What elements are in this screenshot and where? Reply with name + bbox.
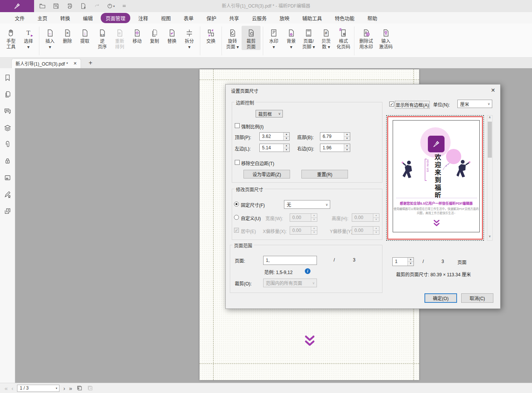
form-fields-icon[interactable]: [3, 174, 12, 182]
scroll-up-icon[interactable]: ∧: [487, 116, 492, 121]
print-icon[interactable]: [65, 2, 74, 11]
pages-input[interactable]: 1,: [263, 256, 317, 265]
extract-pages-button[interactable]: ↓ 提取: [76, 26, 93, 44]
tab-page-organize[interactable]: 页面管理: [101, 13, 130, 23]
new-page-icon[interactable]: [79, 2, 88, 11]
bottom-margin-spinner[interactable]: ▲▼: [344, 133, 350, 140]
info-icon[interactable]: i: [305, 268, 310, 274]
custom-size-radio[interactable]: [234, 215, 239, 220]
left-margin-input[interactable]: 5.14 ▲▼: [259, 144, 290, 152]
reset-button[interactable]: 重置(R): [301, 170, 348, 178]
previous-view-icon[interactable]: [76, 385, 83, 391]
left-panel-bar: [0, 68, 15, 383]
swap-pages-button[interactable]: 交换: [203, 26, 219, 44]
constrain-checkbox[interactable]: [235, 123, 240, 128]
tab-share[interactable]: 共享: [224, 13, 244, 23]
header-footer-button[interactable]: 页眉/ 页脚 ▾: [300, 26, 317, 50]
close-tab-icon[interactable]: ✕: [73, 61, 77, 66]
hand-pointer-icon[interactable]: ▾: [106, 2, 115, 11]
hand-tool-button[interactable]: 手型 工具: [3, 26, 19, 50]
remove-white-margins-label[interactable]: 移除空白边距(T): [241, 160, 274, 166]
tab-protect[interactable]: 保护: [201, 13, 221, 23]
new-tab-button[interactable]: +: [86, 59, 95, 68]
right-margin-input[interactable]: 1.96 ▲▼: [320, 144, 350, 152]
preview-page-spinner[interactable]: ▲▼: [407, 258, 413, 266]
top-margin-spinner[interactable]: ▲▼: [283, 133, 289, 140]
left-margin-spinner[interactable]: ▲▼: [283, 144, 289, 152]
preview-scrollbar[interactable]: ∧ ∨: [487, 115, 493, 241]
move-pages-button[interactable]: ✢ 移动: [129, 26, 145, 44]
constrain-label[interactable]: 强制比例(I): [241, 123, 264, 130]
document-canvas[interactable]: 感 使用 设置页面尺寸 ✕ 显示所有边框(A) 单位(N): 厘米∨ 边距控制 …: [15, 68, 532, 383]
insert-pages-button[interactable]: ← 插入 ▾: [42, 26, 58, 50]
first-page-icon[interactable]: «: [5, 385, 8, 391]
show-all-boxes-label[interactable]: 显示所有边框(A): [396, 102, 429, 108]
bookmark-icon[interactable]: [3, 74, 12, 82]
tab-form[interactable]: 表单: [179, 13, 198, 23]
remove-trial-watermark-button[interactable]: 删除试 用水印: [357, 26, 376, 50]
right-margin-spinner[interactable]: ▲▼: [344, 144, 350, 152]
scrollbar-thumb[interactable]: [488, 122, 492, 158]
tab-edit[interactable]: 编辑: [78, 13, 98, 23]
fixed-size-select[interactable]: 无∨: [284, 200, 330, 209]
next-page-icon[interactable]: ›: [63, 385, 65, 391]
box-type-select[interactable]: 裁剪框∨: [256, 110, 283, 117]
tab-home[interactable]: 主页: [33, 13, 52, 23]
crop-pages-button[interactable]: 裁剪 页面: [242, 26, 261, 50]
document-tab[interactable]: 新人引导(1)_OCR(3).pdf * ✕: [11, 58, 81, 68]
tab-convert[interactable]: 转换: [55, 13, 75, 23]
preview-page-input[interactable]: 1 ▲▼: [392, 257, 414, 266]
prev-page-icon[interactable]: ‹: [11, 385, 13, 391]
tab-file[interactable]: 文件: [10, 13, 30, 23]
last-page-icon[interactable]: »: [69, 385, 72, 391]
save-icon[interactable]: [51, 2, 61, 11]
tab-accessibility[interactable]: 辅助工具: [297, 13, 327, 23]
security-icon[interactable]: [3, 157, 12, 165]
ok-button[interactable]: 确定(O): [424, 293, 457, 303]
select-button[interactable]: T▸ 选择 ▾: [20, 26, 37, 50]
fixed-size-label[interactable]: 固定尺寸(F): [241, 202, 265, 208]
tab-comment[interactable]: 注释: [133, 13, 153, 23]
page-number-combo[interactable]: 1 / 3 ▾: [17, 385, 59, 392]
fixed-size-radio[interactable]: [234, 202, 239, 207]
bottom-margin-input[interactable]: 6.79 ▲▼: [320, 132, 350, 141]
customize-toolbar-icon[interactable]: [120, 2, 129, 11]
tab-present[interactable]: 放映: [275, 13, 294, 23]
attachments-icon[interactable]: [3, 140, 12, 149]
top-margin-input[interactable]: 3.62 ▲▼: [259, 132, 290, 141]
preview-divider: [396, 198, 477, 198]
cancel-label: 取消(C): [470, 295, 485, 301]
watermark-button[interactable]: 水印 ▾: [265, 26, 282, 50]
duplicate-pages-button[interactable]: 复制: [146, 26, 163, 44]
format-page-number-button[interactable]: # 格式 化页码: [335, 26, 352, 50]
signature-icon[interactable]: [3, 190, 12, 199]
background-button[interactable]: 背景 ▾: [283, 26, 300, 50]
tab-view[interactable]: 视图: [156, 13, 176, 23]
tab-cloud[interactable]: 云服务: [247, 13, 271, 23]
cancel-button[interactable]: 取消(C): [461, 293, 493, 303]
remove-white-margins-checkbox[interactable]: [235, 160, 240, 165]
tab-help[interactable]: 帮助: [362, 13, 382, 23]
split-button[interactable]: 拆分 ▾: [181, 26, 198, 50]
open-icon[interactable]: [38, 2, 47, 11]
rotate-pages-button[interactable]: 旋转 页面 ▾: [224, 26, 241, 50]
unit-select[interactable]: 厘米∨: [457, 100, 492, 108]
foxit-logo[interactable]: [0, 0, 34, 12]
reverse-order-button[interactable]: 12 逆 页序: [94, 26, 111, 50]
ribbon-separator: [263, 27, 263, 55]
crop-box-outline[interactable]: 欢迎来到福昕 JOIN US: [387, 116, 483, 240]
zero-margins-button[interactable]: 设为零边距(Z): [243, 170, 290, 178]
bates-number-button[interactable]: # 贝茨 数 ▾: [318, 26, 334, 50]
delete-pages-button[interactable]: ✕ 删除: [59, 26, 76, 44]
dialog-close-icon[interactable]: ✕: [490, 87, 496, 94]
scroll-down-icon[interactable]: ∨: [487, 235, 492, 240]
activation-code-button[interactable]: 输入 激活码: [376, 26, 395, 50]
tab-features[interactable]: 特色功能: [330, 13, 359, 23]
page-thumbnails-icon[interactable]: [3, 90, 12, 99]
show-all-boxes-checkbox[interactable]: [389, 102, 394, 106]
comments-icon[interactable]: [3, 107, 12, 115]
destinations-icon[interactable]: [3, 207, 12, 215]
layers-icon[interactable]: [3, 124, 12, 132]
custom-size-label[interactable]: 自定义(U): [241, 215, 261, 221]
replace-pages-button[interactable]: ⤶ 替换: [164, 26, 180, 44]
